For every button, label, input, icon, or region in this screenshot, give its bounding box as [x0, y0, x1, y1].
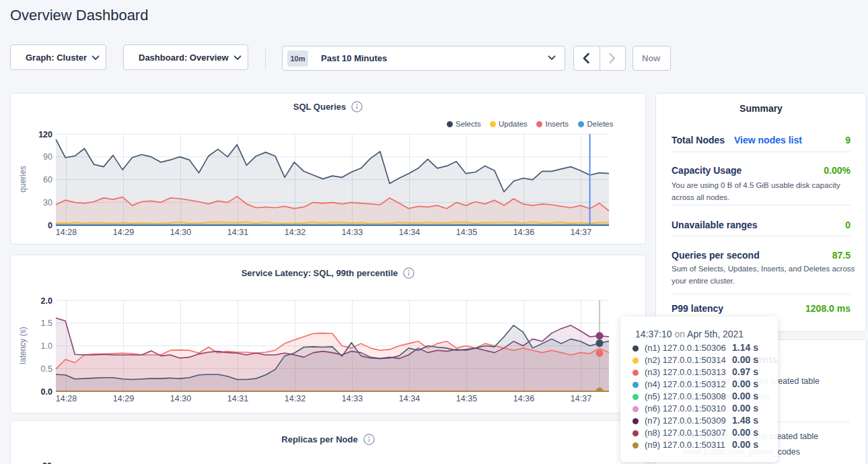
svg-text:14:33: 14:33 [342, 394, 363, 403]
svg-text:14:31: 14:31 [227, 394, 248, 403]
svg-text:14:32: 14:32 [285, 394, 305, 403]
svg-text:14:36: 14:36 [513, 394, 534, 403]
svg-text:2.0: 2.0 [41, 296, 52, 306]
svg-text:0.5: 0.5 [41, 364, 52, 374]
svg-text:14:35: 14:35 [456, 394, 477, 403]
svg-text:14:30: 14:30 [170, 394, 191, 403]
svg-text:14:37: 14:37 [571, 394, 591, 403]
svg-text:14:29: 14:29 [113, 394, 134, 403]
svg-text:1.0: 1.0 [41, 341, 52, 351]
svg-text:0.0: 0.0 [41, 387, 52, 397]
svg-text:1.5: 1.5 [41, 319, 52, 328]
svg-text:14:28: 14:28 [56, 394, 77, 403]
svg-text:latency (s): latency (s) [18, 327, 28, 364]
svg-text:14:34: 14:34 [399, 394, 420, 403]
